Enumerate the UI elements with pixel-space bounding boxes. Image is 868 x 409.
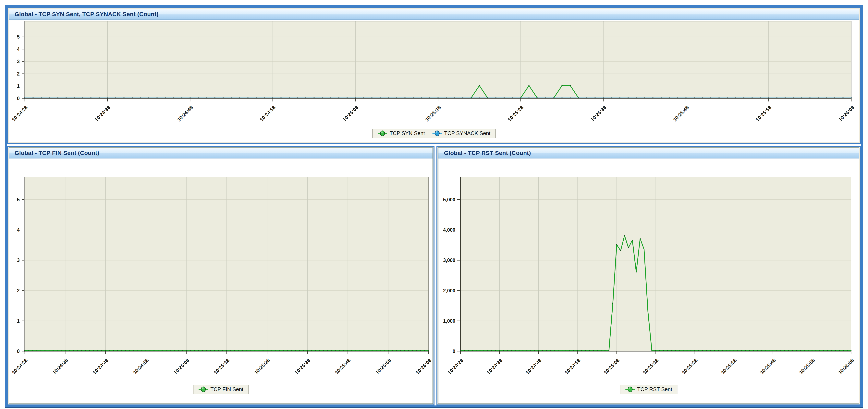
svg-text:1,000: 1,000 <box>443 318 455 323</box>
svg-text:10:25:18: 10:25:18 <box>424 105 442 123</box>
chart-svg-syn-synack: 01234510:24:2810:24:3810:24:4810:24:5810… <box>9 20 859 142</box>
legend-item-tcp-rst-sent: TCP RST Sent <box>625 386 672 393</box>
panel-titlebar-rst[interactable]: Global - TCP RST Sent (Count) <box>438 148 859 159</box>
svg-text:10:25:38: 10:25:38 <box>720 357 738 375</box>
svg-text:10:26:08: 10:26:08 <box>837 105 855 123</box>
svg-text:10:25:58: 10:25:58 <box>798 357 816 375</box>
chart-canvas-fin[interactable]: 01234510:24:2810:24:3810:24:4810:24:5810… <box>9 159 433 404</box>
svg-text:10:25:48: 10:25:48 <box>672 105 690 123</box>
svg-text:10:25:48: 10:25:48 <box>759 357 777 375</box>
svg-text:10:25:38: 10:25:38 <box>589 105 607 123</box>
panel-title-fin: Global - TCP FIN Sent (Count) <box>14 150 99 156</box>
legend-item-tcp-fin-sent: TCP FIN Sent <box>198 386 243 393</box>
svg-text:10:24:48: 10:24:48 <box>92 357 110 375</box>
series-markers-tcp-synack-sent <box>24 98 852 98</box>
svg-text:2: 2 <box>17 288 20 294</box>
series-markers-tcp-fin-sent <box>24 350 429 351</box>
svg-text:10:24:58: 10:24:58 <box>132 357 150 375</box>
panel-inner-rst: Global - TCP RST Sent (Count) 01,0002,00… <box>438 147 859 404</box>
svg-text:10:26:08: 10:26:08 <box>837 357 855 375</box>
svg-text:10:25:28: 10:25:28 <box>253 357 271 375</box>
panel-inner-syn: Global - TCP SYN Sent, TCP SYNACK Sent (… <box>9 9 859 142</box>
legend-rst: TCP RST Sent <box>620 385 677 394</box>
chart-svg-fin: 01234510:24:2810:24:3810:24:4810:24:5810… <box>9 159 433 404</box>
legend-item-tcp-synack-sent: TCP SYNACK Sent <box>432 130 490 137</box>
panel-tcp-fin: Global - TCP FIN Sent (Count) 01234510:2… <box>7 146 434 405</box>
legend-marker-tcp-synack-sent-icon <box>432 130 442 137</box>
legend-item-tcp-syn-sent: TCP SYN Sent <box>377 130 425 137</box>
panel-inner-fin: Global - TCP FIN Sent (Count) 01234510:2… <box>9 147 433 404</box>
legend-fin: TCP FIN Sent <box>193 385 249 394</box>
svg-text:4: 4 <box>17 46 20 52</box>
y-axis-labels: 01,0002,0003,0004,0005,000 <box>443 197 460 354</box>
panel-title-syn: Global - TCP SYN Sent, TCP SYNACK Sent (… <box>14 11 158 18</box>
svg-text:10:25:58: 10:25:58 <box>374 357 392 375</box>
svg-text:10:24:38: 10:24:38 <box>51 357 69 375</box>
svg-text:10:25:08: 10:25:08 <box>341 105 359 123</box>
svg-text:10:25:28: 10:25:28 <box>507 105 525 123</box>
svg-text:10:24:58: 10:24:58 <box>564 357 582 375</box>
x-axis-labels: 10:24:2810:24:3810:24:4810:24:5810:25:08… <box>11 98 855 122</box>
chart-canvas-syn-synack[interactable]: 01234510:24:2810:24:3810:24:4810:24:5810… <box>9 20 859 142</box>
svg-text:2: 2 <box>17 71 20 76</box>
panel-titlebar-fin[interactable]: Global - TCP FIN Sent (Count) <box>9 148 433 159</box>
legend-marker-tcp-fin-sent-icon <box>198 386 208 393</box>
svg-text:1: 1 <box>17 83 20 89</box>
svg-text:0: 0 <box>17 348 20 354</box>
legend-label-tcp-rst-sent: TCP RST Sent <box>637 386 672 393</box>
svg-text:10:25:38: 10:25:38 <box>293 357 311 375</box>
panel-title-rst: Global - TCP RST Sent (Count) <box>444 150 531 156</box>
svg-text:10:25:18: 10:25:18 <box>642 357 660 375</box>
svg-text:2,000: 2,000 <box>443 288 455 294</box>
svg-text:10:24:48: 10:24:48 <box>176 105 194 123</box>
svg-text:10:24:58: 10:24:58 <box>259 105 277 123</box>
svg-text:0: 0 <box>17 96 20 101</box>
svg-text:10:26:08: 10:26:08 <box>414 357 433 375</box>
legend-label-tcp-syn-sent: TCP SYN Sent <box>390 130 425 136</box>
svg-text:10:25:18: 10:25:18 <box>213 357 230 375</box>
legend-label-tcp-synack-sent: TCP SYNACK Sent <box>444 130 490 136</box>
series-tcp-fin-sent <box>24 350 429 351</box>
panel-tcp-syn-synack: Global - TCP SYN Sent, TCP SYNACK Sent (… <box>7 7 861 144</box>
svg-text:3: 3 <box>17 59 20 64</box>
svg-text:10:25:08: 10:25:08 <box>173 357 190 375</box>
svg-text:4,000: 4,000 <box>443 227 455 233</box>
svg-text:10:24:48: 10:24:48 <box>525 357 542 375</box>
svg-text:1: 1 <box>17 318 20 323</box>
svg-text:3: 3 <box>17 258 20 263</box>
x-axis-labels: 10:24:2810:24:3810:24:4810:24:5810:25:08… <box>446 351 855 375</box>
svg-text:10:25:28: 10:25:28 <box>681 357 699 375</box>
svg-text:0: 0 <box>453 348 455 354</box>
panel-titlebar-syn[interactable]: Global - TCP SYN Sent, TCP SYNACK Sent (… <box>9 9 859 20</box>
svg-text:10:24:28: 10:24:28 <box>11 105 29 123</box>
y-axis-labels: 012345 <box>17 197 24 354</box>
chart-canvas-rst[interactable]: 01,0002,0003,0004,0005,00010:24:2810:24:… <box>438 159 859 404</box>
svg-text:10:24:38: 10:24:38 <box>486 357 503 375</box>
svg-text:10:25:58: 10:25:58 <box>755 105 773 123</box>
svg-text:5: 5 <box>17 197 20 202</box>
series-tcp-synack-sent <box>24 98 852 98</box>
legend-label-tcp-fin-sent: TCP FIN Sent <box>210 386 243 393</box>
svg-text:10:24:28: 10:24:28 <box>11 357 29 375</box>
svg-text:5,000: 5,000 <box>443 197 455 202</box>
svg-text:5: 5 <box>17 34 20 39</box>
svg-text:10:25:48: 10:25:48 <box>334 357 352 375</box>
panel-tcp-rst: Global - TCP RST Sent (Count) 01,0002,00… <box>436 146 861 405</box>
y-axis-labels: 012345 <box>17 34 24 101</box>
svg-text:4: 4 <box>17 227 20 233</box>
x-axis-labels: 10:24:2810:24:3810:24:4810:24:5810:25:08… <box>11 351 433 375</box>
chart-svg-rst: 01,0002,0003,0004,0005,00010:24:2810:24:… <box>438 159 859 404</box>
svg-text:10:25:08: 10:25:08 <box>603 357 621 375</box>
svg-text:3,000: 3,000 <box>443 258 455 263</box>
legend-syn-synack: TCP SYN SentTCP SYNACK Sent <box>372 129 496 138</box>
dashboard-frame: Global - TCP SYN Sent, TCP SYNACK Sent (… <box>5 5 863 407</box>
svg-text:10:24:28: 10:24:28 <box>446 357 464 375</box>
legend-marker-tcp-syn-sent-icon <box>377 130 388 137</box>
legend-marker-tcp-rst-sent-icon <box>625 386 635 393</box>
svg-text:10:24:38: 10:24:38 <box>93 105 112 123</box>
